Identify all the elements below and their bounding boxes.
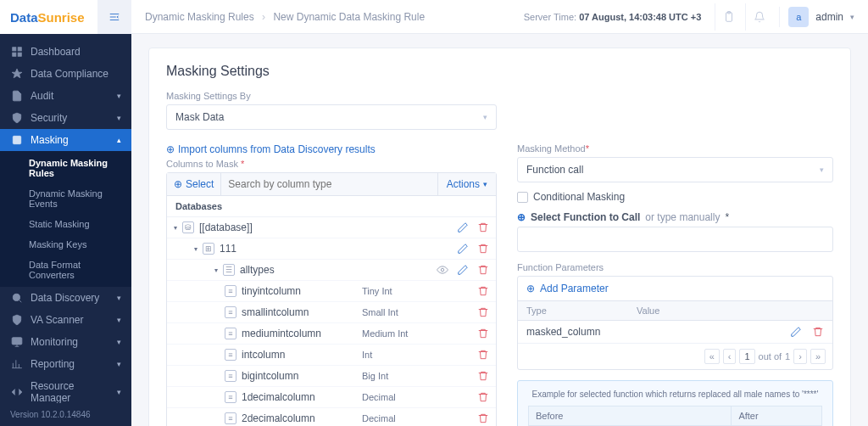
sidebar-collapse-button[interactable] xyxy=(97,0,131,34)
import-columns-link[interactable]: ⊕ Import columns from Data Discovery res… xyxy=(166,143,497,155)
nav-masking-label: Masking xyxy=(31,134,69,146)
topbar: Dynamic Masking Rules › New Dynamic Data… xyxy=(131,0,868,34)
tree-node-name: mediumintcolumn xyxy=(242,328,321,339)
tree-node-name: 111 xyxy=(220,243,236,255)
chevron-down-icon[interactable]: ▾ xyxy=(194,245,198,253)
delete-icon[interactable] xyxy=(477,306,489,318)
nav-resource-manager[interactable]: Resource Manager▾ xyxy=(0,375,131,403)
plus-icon[interactable]: ⊕ xyxy=(517,211,526,223)
params-header: Type Value xyxy=(518,301,832,321)
tree-row: ≡intcolumnInt xyxy=(167,345,496,366)
nav-sub-label: Static Masking xyxy=(29,219,90,229)
clipboard-icon[interactable] xyxy=(715,3,742,31)
nav-data-discovery[interactable]: Data Discovery▾ xyxy=(0,287,131,309)
svg-rect-3 xyxy=(18,53,21,56)
pager-last[interactable]: » xyxy=(810,349,826,364)
chevron-up-icon: ▴ xyxy=(117,136,121,144)
nav-dashboard-label: Dashboard xyxy=(31,46,81,58)
nav-audit-label: Audit xyxy=(31,90,53,102)
nav-static-masking[interactable]: Static Masking xyxy=(0,214,131,234)
tree-row: ≡smallintcolumnSmall Int xyxy=(167,302,496,323)
user-menu[interactable]: a admin ▾ xyxy=(779,7,854,27)
example-after-header: After xyxy=(732,406,822,426)
actions-dropdown[interactable]: Actions▾ xyxy=(437,173,496,195)
example-before-header: Before xyxy=(529,406,732,426)
svg-point-5 xyxy=(13,294,19,300)
settings-by-select[interactable]: Mask Data ▾ xyxy=(166,104,497,130)
nav-dashboard[interactable]: Dashboard xyxy=(0,41,131,63)
plus-icon: ⊕ xyxy=(166,143,175,155)
edit-icon[interactable] xyxy=(457,264,469,276)
nav-data-format-converters[interactable]: Data Format Converters xyxy=(0,255,131,285)
tree-type-icon: ≡ xyxy=(225,349,236,361)
settings-by-label: Masking Settings By xyxy=(166,91,497,101)
chevron-down-icon: ▾ xyxy=(117,294,121,302)
bar-chart-icon xyxy=(10,358,24,370)
delete-icon[interactable] xyxy=(812,326,824,338)
nav-audit[interactable]: Audit▾ xyxy=(0,85,131,107)
function-params-label: Function Parameters xyxy=(517,262,833,272)
chevron-down-icon: ▾ xyxy=(117,114,121,122)
nav-masking-keys[interactable]: Masking Keys xyxy=(0,234,131,255)
edit-icon[interactable] xyxy=(790,326,802,338)
select-function-label: Select Function to Call xyxy=(531,211,640,223)
params-box: ⊕ Add Parameter Type Value masked_column xyxy=(517,276,833,370)
delete-icon[interactable] xyxy=(477,370,489,382)
nav-security[interactable]: Security▾ xyxy=(0,107,131,129)
pager-first[interactable]: « xyxy=(704,349,720,364)
masking-method-value: Function call xyxy=(526,164,820,176)
nav-dynamic-masking-rules[interactable]: Dynamic Masking Rules xyxy=(0,153,131,183)
tree-type-icon: ≡ xyxy=(225,306,236,318)
delete-icon[interactable] xyxy=(477,349,489,361)
delete-icon[interactable] xyxy=(477,285,489,297)
mask-icon xyxy=(10,134,24,146)
chevron-down-icon[interactable]: ▾ xyxy=(174,224,177,232)
ctm-toolbar: ⊕Select Actions▾ xyxy=(167,173,496,196)
server-time-label: Server Time: xyxy=(524,12,576,22)
delete-icon[interactable] xyxy=(477,264,489,276)
file-icon xyxy=(10,90,24,102)
chevron-down-icon[interactable]: ▾ xyxy=(214,266,218,274)
tree-node-name: bigintcolumn xyxy=(242,370,298,382)
code-icon xyxy=(10,386,24,398)
nav-masking[interactable]: Masking▴ xyxy=(0,129,131,151)
nav-monitoring[interactable]: Monitoring▾ xyxy=(0,331,131,353)
masking-method-select[interactable]: Function call ▾ xyxy=(517,157,833,182)
nav-va-scanner-label: VA Scanner xyxy=(31,314,83,326)
delete-icon[interactable] xyxy=(477,221,489,233)
tree-node-type: Small Int xyxy=(362,307,447,317)
tree-node-type: Big Int xyxy=(362,371,447,381)
logo-part1: Data xyxy=(10,10,38,25)
delete-icon[interactable] xyxy=(477,412,489,424)
svg-rect-6 xyxy=(12,338,22,345)
add-parameter-label: Add Parameter xyxy=(540,283,609,294)
nav-monitoring-label: Monitoring xyxy=(31,336,78,348)
example-title: Example for selected function which retu… xyxy=(528,390,822,399)
nav-dynamic-masking-events[interactable]: Dynamic Masking Events xyxy=(0,183,131,214)
conditional-masking-checkbox[interactable]: Conditional Masking xyxy=(517,191,833,203)
delete-icon[interactable] xyxy=(477,391,489,403)
add-parameter-button[interactable]: ⊕ Add Parameter xyxy=(518,277,832,301)
tree-type-icon: ⊞ xyxy=(203,243,214,255)
search-icon xyxy=(10,292,24,304)
logo[interactable]: DataSunrise xyxy=(0,10,97,25)
nav-reporting[interactable]: Reporting▾ xyxy=(0,353,131,375)
pager-next[interactable]: › xyxy=(793,349,807,364)
breadcrumb-a[interactable]: Dynamic Masking Rules xyxy=(145,11,254,23)
chevron-down-icon: ▾ xyxy=(117,388,121,396)
tree-node-name: tinyintcolumn xyxy=(242,285,301,297)
select-button[interactable]: ⊕Select xyxy=(167,173,221,195)
nav-va-scanner[interactable]: VA Scanner▾ xyxy=(0,309,131,331)
bell-icon[interactable] xyxy=(745,3,772,31)
delete-icon[interactable] xyxy=(477,243,489,255)
edit-icon[interactable] xyxy=(457,243,469,255)
eye-icon[interactable] xyxy=(437,264,448,276)
pager-prev[interactable]: ‹ xyxy=(723,349,737,364)
delete-icon[interactable] xyxy=(477,328,489,339)
function-input[interactable] xyxy=(517,227,833,252)
search-input[interactable] xyxy=(221,173,437,195)
nav-data-compliance[interactable]: Data Compliance xyxy=(0,63,131,85)
edit-icon[interactable] xyxy=(457,221,469,233)
example-table: Before After Oliver Johnson **** xyxy=(528,406,822,426)
pager-current[interactable]: 1 xyxy=(739,349,754,364)
